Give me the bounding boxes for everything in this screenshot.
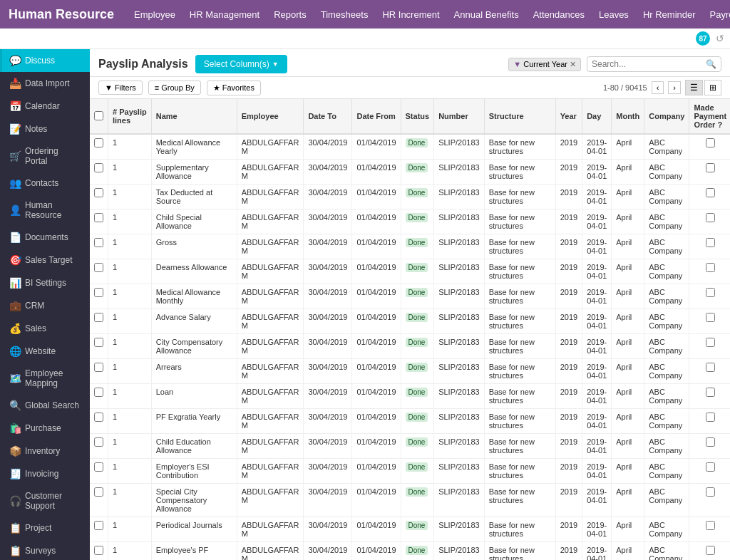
row-cb-16[interactable] <box>94 546 103 555</box>
sidebar-item-notes[interactable]: 📝Notes <box>0 118 90 140</box>
cell-day-0: 2019-04-01 <box>582 134 612 160</box>
payment-cb-0[interactable] <box>706 138 715 147</box>
table-row: 1 Periodical Journals ABDULGAFFAR M 30/0… <box>90 517 730 542</box>
row-cb-14[interactable] <box>94 487 103 497</box>
payment-cb-10[interactable] <box>706 388 715 397</box>
row-cb-0[interactable] <box>94 138 103 147</box>
cell-number-12: SLIP/20183 <box>434 434 485 459</box>
sidebar-item-human-resource[interactable]: 👤Human Resource <box>0 195 90 226</box>
nav-link-reports[interactable]: Reports <box>268 6 312 23</box>
nav-link-annual-benefits[interactable]: Annual Benefits <box>448 6 525 23</box>
nav-link-timesheets[interactable]: Timesheets <box>315 6 374 23</box>
payment-cb-2[interactable] <box>706 188 715 197</box>
sidebar-item-documents[interactable]: 📄Documents <box>0 226 90 249</box>
sidebar-item-data-import[interactable]: 📥Data Import <box>0 72 90 95</box>
payment-cb-15[interactable] <box>706 521 715 530</box>
sidebar-item-purchase[interactable]: 🛍️Purchase <box>0 417 90 440</box>
sidebar-item-calendar[interactable]: 📅Calendar <box>0 95 90 118</box>
select-all-checkbox[interactable] <box>94 111 103 120</box>
cell-date-to-6: 30/04/2019 <box>304 284 352 309</box>
select-column-button[interactable]: Select Column(s) <box>195 55 287 73</box>
cell-structure-3: Base for new structures <box>484 209 555 234</box>
group-by-button[interactable]: ≡ Group By <box>148 81 201 95</box>
cell-status-3: Done <box>401 209 434 234</box>
search-icon[interactable]: 🔍 <box>706 59 716 69</box>
sidebar-item-inventory[interactable]: 📦Inventory <box>0 440 90 462</box>
payment-cb-8[interactable] <box>706 338 715 347</box>
nav-link-hr-management[interactable]: HR Management <box>184 6 265 23</box>
cell-name-14: Special City Compensatory Allowance <box>151 484 237 517</box>
cell-month-15: April <box>612 517 644 542</box>
payment-cb-4[interactable] <box>706 238 715 247</box>
row-cb-4[interactable] <box>94 238 103 247</box>
row-checkbox-3 <box>90 209 108 234</box>
nav-link-attendances[interactable]: Attendances <box>528 6 590 23</box>
sidebar-item-invoicing[interactable]: 🧾Invoicing <box>0 462 90 485</box>
payment-cb-3[interactable] <box>706 213 715 222</box>
row-cb-2[interactable] <box>94 188 103 197</box>
payment-cb-14[interactable] <box>706 487 715 497</box>
sidebar-item-sales-target[interactable]: 🎯Sales Target <box>0 249 90 271</box>
row-cb-15[interactable] <box>94 521 103 530</box>
cell-structure-7: Base for new structures <box>484 309 555 334</box>
sidebar-icon-inventory: 📦 <box>9 445 21 457</box>
search-input[interactable] <box>592 59 706 69</box>
sidebar-item-project[interactable]: 📋Project <box>0 517 90 539</box>
nav-link-hr-reminder[interactable]: Hr Reminder <box>637 6 701 23</box>
sidebar-item-contacts[interactable]: 👥Contacts <box>0 172 90 195</box>
sidebar-item-customer-support[interactable]: 🎧Customer Support <box>0 485 90 517</box>
sidebar-item-discuss[interactable]: 💬Discuss <box>0 49 90 72</box>
favorites-button[interactable]: ★ Favorites <box>207 81 261 95</box>
sidebar-item-ordering-portal[interactable]: 🛒Ordering Portal <box>0 140 90 172</box>
row-cb-13[interactable] <box>94 462 103 472</box>
cell-date-to-1: 30/04/2019 <box>304 160 352 185</box>
row-cb-3[interactable] <box>94 213 103 222</box>
payment-cb-9[interactable] <box>706 363 715 372</box>
sidebar-item-surveys[interactable]: 📋Surveys <box>0 539 90 560</box>
list-view-button[interactable]: ☰ <box>685 80 703 95</box>
nav-link-employee[interactable]: Employee <box>128 6 181 23</box>
grid-view-button[interactable]: ⊞ <box>704 80 721 95</box>
payment-cb-12[interactable] <box>706 437 715 447</box>
row-cb-6[interactable] <box>94 288 103 297</box>
sidebar-label-documents: Documents <box>25 232 83 242</box>
cell-status-0: Done <box>401 134 434 160</box>
payment-cb-6[interactable] <box>706 288 715 297</box>
payment-cb-13[interactable] <box>706 462 715 472</box>
payment-cb-1[interactable] <box>706 163 715 172</box>
cell-day-5: 2019-04-01 <box>582 259 612 284</box>
sidebar-item-global-search[interactable]: 🔍Global Search <box>0 394 90 417</box>
sidebar-item-website[interactable]: 🌐Website <box>0 340 90 363</box>
row-cb-11[interactable] <box>94 413 103 422</box>
sidebar-item-sales[interactable]: 💰Sales <box>0 317 90 340</box>
payment-cb-5[interactable] <box>706 263 715 272</box>
row-checkbox-5 <box>90 259 108 284</box>
nav-link-payroll[interactable]: Payroll <box>704 6 730 23</box>
payment-cb-16[interactable] <box>706 546 715 555</box>
row-cb-5[interactable] <box>94 263 103 272</box>
sidebar-item-employee-mapping[interactable]: 🗺️Employee Mapping <box>0 363 90 394</box>
nav-link-hr-increment[interactable]: HR Increment <box>376 6 445 23</box>
cell-company-3: ABC Company <box>644 209 689 234</box>
filter-tag-close[interactable]: ✕ <box>570 60 576 69</box>
row-cb-8[interactable] <box>94 338 103 347</box>
prev-page-button[interactable]: ‹ <box>652 81 664 94</box>
pagination-info: 1-80 / 90415 <box>603 83 647 92</box>
row-cb-12[interactable] <box>94 437 103 447</box>
filters-button[interactable]: ▼ Filters <box>98 81 143 95</box>
sidebar-item-crm[interactable]: 💼CRM <box>0 294 90 317</box>
row-cb-9[interactable] <box>94 363 103 372</box>
sidebar-item-bi-settings[interactable]: 📊BI Settings <box>0 271 90 294</box>
row-cb-10[interactable] <box>94 388 103 397</box>
refresh-icon[interactable]: ↺ <box>716 33 724 44</box>
row-cb-1[interactable] <box>94 163 103 172</box>
nav-link-leaves[interactable]: Leaves <box>593 6 634 23</box>
cell-status-15: Done <box>401 517 434 542</box>
cell-employee-2: ABDULGAFFAR M <box>237 185 304 209</box>
row-cb-7[interactable] <box>94 313 103 322</box>
next-page-button[interactable]: › <box>668 81 681 94</box>
payment-cb-11[interactable] <box>706 413 715 422</box>
sidebar-label-project: Project <box>25 523 83 533</box>
payment-cb-7[interactable] <box>706 313 715 322</box>
notification-badge[interactable]: 87 <box>696 31 710 46</box>
